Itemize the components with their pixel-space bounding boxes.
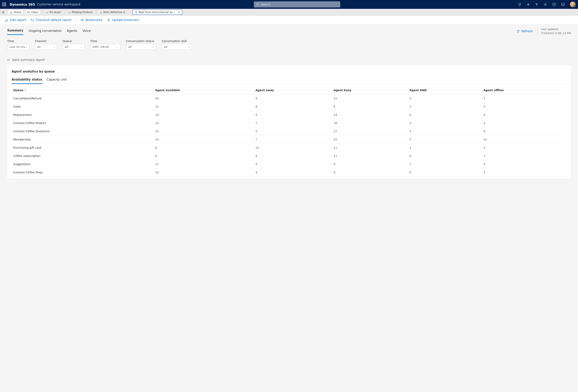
column-header[interactable]: Agent busy <box>332 86 408 94</box>
tab-missing-product[interactable]: Missing Product <box>66 10 95 14</box>
table-row[interactable]: Replacement1641466 <box>12 111 566 119</box>
cell-offline: 9 <box>482 160 566 168</box>
cmd-divider <box>76 18 76 22</box>
table-row[interactable]: Coffee subscription981267 <box>12 152 566 160</box>
cell-away: 8 <box>254 103 332 111</box>
filter-label: Channel <box>35 39 57 43</box>
search-input[interactable] <box>261 3 338 6</box>
filter-dropdown-conversation-skill[interactable]: All⌄ <box>162 44 192 50</box>
cell-available: 12 <box>153 103 254 111</box>
cell-busy: 25 <box>332 135 408 144</box>
cell-queue: Purchasing gift card <box>12 144 153 152</box>
filter-dropdown-channel[interactable]: All⌄ <box>35 44 57 50</box>
app-launcher-icon[interactable] <box>2 2 6 6</box>
filter-dropdown-time[interactable]: GMT -08:00⌄ <box>90 44 120 50</box>
bookmarks-button[interactable]: Bookmarks <box>81 18 102 22</box>
report-tab-ongoing[interactable]: Ongoing conversation <box>29 28 62 35</box>
cell-dnd: 8 <box>408 168 482 177</box>
lightbulb-icon[interactable] <box>518 2 521 6</box>
svg-point-0 <box>256 3 258 5</box>
back-summary-link[interactable]: ← back summary report <box>7 58 571 62</box>
home-icon <box>10 11 12 13</box>
global-search[interactable] <box>254 1 340 7</box>
dropdown-value: All <box>65 45 68 48</box>
filter-dropdown-queue[interactable]: All⌄ <box>63 44 85 50</box>
filter-dropdown-time[interactable]: Last 24 hrs⌄ <box>7 44 29 50</box>
cell-busy: 14 <box>332 111 408 119</box>
svg-text:?: ? <box>554 3 555 6</box>
close-tab-icon[interactable]: ✕ <box>178 11 180 14</box>
cell-available: 15 <box>153 168 254 177</box>
smiley-icon[interactable] <box>561 2 565 6</box>
subtab-capacity[interactable]: Capacity unit <box>47 77 67 84</box>
table-row[interactable]: Membership10725510 <box>12 135 566 144</box>
filter-dropdown-conversation-status[interactable]: All⌄ <box>126 44 156 50</box>
filter-label: Time <box>90 39 120 43</box>
filter-icon[interactable] <box>535 3 538 6</box>
pencil-icon <box>5 18 8 22</box>
tab-omnichannel-analytics[interactable]: Real time omnichannel an... ✕ <box>133 10 182 15</box>
table-row[interactable]: Cancellation/Refund2041553 <box>12 94 566 103</box>
cell-busy: 12 <box>332 152 408 160</box>
tab-item-defective[interactable]: Item defective o... <box>98 10 129 14</box>
column-header[interactable]: Agent offline <box>482 86 566 94</box>
cell-available: 10 <box>153 135 254 144</box>
tab-fix-dryer[interactable]: Fix dryer <box>44 10 63 14</box>
tab-home[interactable]: Home <box>8 10 23 14</box>
refresh-button[interactable]: Refresh <box>516 30 533 33</box>
cell-queue: Sales <box>12 103 153 111</box>
user-avatar[interactable] <box>570 1 576 7</box>
table-row[interactable]: Contoso Coffee Questions3252748 <box>12 127 566 135</box>
edit-report-button[interactable]: Edit report <box>5 18 26 22</box>
cell-offline: 6 <box>482 111 566 119</box>
column-header[interactable]: Agent away <box>254 86 332 94</box>
table-row[interactable]: Suggestions119979 <box>12 160 566 168</box>
last-updated-label: Last updated <box>541 27 571 31</box>
cell-offline: 3 <box>482 168 566 177</box>
update-bookmark-button[interactable]: Update bookmark <box>107 18 139 22</box>
column-header[interactable]: Queue↑ <box>12 86 153 94</box>
report-tab-summary[interactable]: Summary <box>7 28 23 35</box>
presence-indicator <box>574 5 576 7</box>
table-row[interactable]: Contoso Coffee Shop154483 <box>12 168 566 177</box>
cell-queue: Contoso Coffee Shop <box>12 168 153 177</box>
target-icon <box>135 11 138 13</box>
dropdown-value: Last 24 hrs <box>9 45 25 48</box>
column-header[interactable]: Agent available <box>153 86 254 94</box>
filter-label: Time <box>7 39 29 43</box>
cell-queue: Cancellation/Refund <box>12 94 153 103</box>
report-tab-voice[interactable]: Voice <box>83 28 91 35</box>
plus-icon[interactable] <box>527 3 530 6</box>
svg-point-25 <box>81 21 81 21</box>
cell-offline: 3 <box>482 94 566 103</box>
report-tab-agents[interactable]: Agents <box>67 28 77 35</box>
cell-dnd: 6 <box>408 152 482 160</box>
agent-analytics-table: Queue↑Agent availableAgent awayAgent bus… <box>12 86 566 177</box>
tab-label: Fix dryer <box>49 11 61 14</box>
dropdown-value: GMT -08:00 <box>93 45 109 48</box>
edit-icon <box>100 11 102 13</box>
cell-dnd: 4 <box>408 127 482 135</box>
help-icon[interactable]: ? <box>552 2 556 6</box>
chevron-down-icon: ⌄ <box>188 46 190 48</box>
cell-offline: 2 <box>482 144 566 152</box>
filter-label: Conversation status <box>126 39 156 43</box>
cell-offline: 10 <box>482 135 566 144</box>
subtab-availability[interactable]: Availability status <box>12 77 42 84</box>
svg-point-23 <box>81 19 81 19</box>
chevron-down-icon: ⌄ <box>152 46 154 48</box>
table-row[interactable]: Sales128825 <box>12 103 566 111</box>
cmd-label: Edit report <box>10 18 26 22</box>
column-header[interactable]: Agent DND <box>408 86 482 94</box>
checkout-default-button[interactable]: Checkout default report <box>31 18 71 22</box>
cell-busy: 8 <box>332 103 408 111</box>
hamburger-menu[interactable] <box>1 11 5 14</box>
table-row[interactable]: Contoso Coffee Product2371624 <box>12 119 566 127</box>
gear-icon[interactable] <box>543 2 547 6</box>
cell-away: 8 <box>254 152 332 160</box>
cell-dnd: 7 <box>408 160 482 168</box>
refresh-icon <box>516 30 520 33</box>
tab-inbox[interactable]: Inbox <box>25 10 41 14</box>
table-row[interactable]: Purchasing gift card8101132 <box>12 144 566 152</box>
cell-dnd: 2 <box>408 119 482 127</box>
